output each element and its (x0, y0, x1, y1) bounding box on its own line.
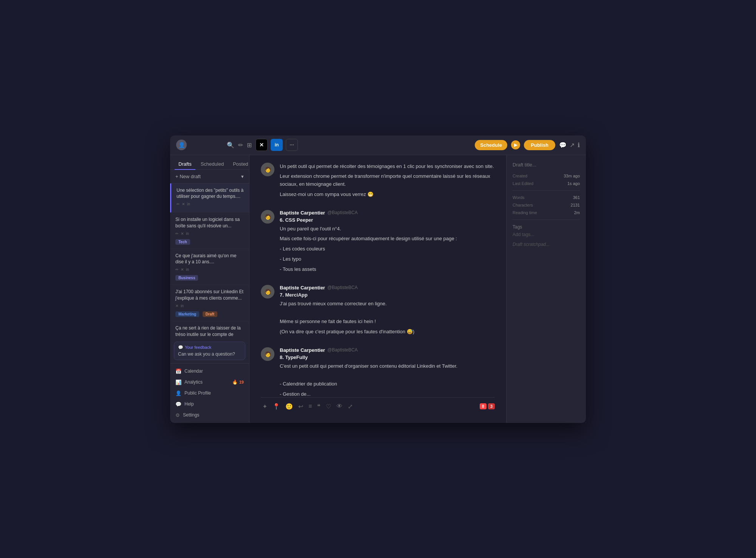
sidebar-item-analytics[interactable]: 📊 Analytics 🔥 19 (170, 377, 249, 388)
platform-selector: ✕ in ··· (252, 139, 475, 151)
created-label: Created (513, 174, 527, 178)
thread-post-content[interactable]: Baptiste Carpentier @BaptisteBCA 7. Merc… (280, 285, 495, 338)
reading-time-label: Reading time (513, 210, 537, 215)
draft-text: Ça ne sert à rien de laisser de la tréso… (175, 325, 244, 339)
sidebar-item-label: Settings (183, 412, 199, 418)
draft-item[interactable]: Ce que j'aurais aimé qu'on me dise il y … (170, 249, 249, 285)
post-number: 7. MerciApp (280, 292, 495, 298)
top-bar-right: Schedule ▶ Publish 💬 ↗ ℹ (475, 140, 580, 150)
new-draft-button[interactable]: + New draft ▾ (170, 170, 249, 183)
tags-section: Tags Add tags... (513, 224, 580, 237)
search-icon[interactable]: 🔍 (227, 141, 234, 149)
sidebar-tabs: Drafts Scheduled Posted (170, 155, 249, 170)
x-icon: ✕ (175, 304, 178, 308)
sidebar-nav: 📅 Calendar 📊 Analytics 🔥 19 👤 Public Pro… (170, 363, 249, 423)
undo-redo-icon[interactable]: ↩ (297, 401, 305, 412)
tab-scheduled[interactable]: Scheduled (197, 159, 228, 170)
thread-author: Baptiste Carpentier @BaptisteBCA (280, 210, 495, 216)
share-icon[interactable]: ↗ (570, 141, 575, 149)
help-icon: 💬 (175, 401, 181, 407)
last-edited-value: 1s ago (567, 181, 580, 186)
edit-icon: ✏ (175, 267, 178, 272)
thread-text: Un petit outil qui permet de récolter de… (280, 163, 495, 199)
x-icon: ✕ (181, 267, 184, 272)
schedule-button[interactable]: Schedule (475, 140, 507, 150)
platform-linkedin-button[interactable]: in (271, 139, 283, 151)
app-window: 👤 🔍 ✏ ⊞ ✕ in ··· Schedule ▶ Publish 💬 ↗ … (170, 135, 586, 423)
sidebar: Drafts Scheduled Posted + New draft ▾ Un… (170, 155, 249, 423)
sidebar-item-label: Public Profile (184, 390, 211, 396)
post-number: 6. CSS Peeper (280, 217, 495, 223)
list-icon[interactable]: ≡ (307, 401, 313, 411)
sidebar-item-settings[interactable]: ⚙ Settings (170, 410, 249, 421)
editor-toolbar: ✦ 📍 🙂 ↩ ≡ ❝ ♡ 👁 ⤢ 8 3 (261, 397, 495, 415)
draft-title-input[interactable] (513, 162, 580, 168)
avatar[interactable]: 👤 (176, 140, 187, 150)
thread-text: J'ai pas trouvé mieux comme correcteur e… (280, 300, 495, 336)
layout-icon[interactable]: ⊞ (247, 141, 252, 149)
platform-more-button[interactable]: ··· (286, 139, 298, 151)
platform-x-button[interactable]: ✕ (256, 139, 268, 151)
thread-author: Baptiste Carpentier @BaptisteBCA (280, 347, 495, 353)
tab-posted[interactable]: Posted (229, 159, 252, 170)
thread-post: 🧑 Baptiste Carpentier @BaptisteBCA 7. Me… (261, 285, 495, 338)
feedback-box[interactable]: 💬 Your feedback Can we ask you a questio… (174, 342, 245, 360)
schedule-arrow-button[interactable]: ▶ (511, 140, 520, 149)
author-name: Baptiste Carpentier (280, 210, 325, 216)
comment-icon[interactable]: 💬 (559, 141, 567, 149)
draft-text: Ce que j'aurais aimé qu'on me dise il y … (175, 253, 244, 266)
last-edited-label: Last Edited (513, 181, 533, 186)
x-icon: ✕ (182, 202, 185, 206)
tab-drafts[interactable]: Drafts (175, 159, 195, 170)
sidebar-item-help[interactable]: 💬 Help (170, 399, 249, 410)
tag-tech: Tech (175, 239, 190, 245)
draft-item[interactable]: Si on installe un logiciel dans sa boîte… (170, 213, 249, 249)
scratchpad-area[interactable]: Draft scratchpad... (513, 242, 580, 247)
quote-icon[interactable]: ❝ (316, 401, 322, 412)
feedback-text: Can we ask you a question? (178, 351, 241, 357)
expand-icon[interactable]: ⤢ (346, 401, 354, 412)
draft-text: J'ai 1700 abonnés sur Linkedin Et j'expl… (175, 289, 244, 302)
drafts-list: Une sélection des "petits" outils à util… (170, 183, 249, 339)
thread-post-content[interactable]: Baptiste Carpentier @BaptisteBCA 6. CSS … (280, 210, 495, 276)
x-icon: ✕ (181, 232, 184, 236)
words-label: Words (513, 195, 525, 200)
counter-3: 3 (488, 403, 495, 409)
draft-item[interactable]: Ça ne sert à rien de laisser de la tréso… (170, 321, 249, 339)
draft-text: Une sélection des "petits" outils à util… (177, 187, 244, 200)
info-icon[interactable]: ℹ (578, 141, 580, 149)
like-icon[interactable]: ♡ (324, 401, 333, 412)
chevron-down-icon: ▾ (241, 174, 244, 179)
tag-draft: Draft (203, 311, 217, 317)
tag-business: Business (175, 275, 198, 281)
pin-icon[interactable]: 📍 (271, 401, 282, 412)
sidebar-item-label: Analytics (184, 379, 203, 385)
tag-marketing: Marketing (175, 311, 199, 317)
sidebar-item-calendar[interactable]: 📅 Calendar (170, 366, 249, 377)
author-name: Baptiste Carpentier (280, 347, 325, 353)
draft-text: Si on installe un logiciel dans sa boîte… (175, 216, 244, 229)
counter-badges: 8 3 (480, 403, 495, 409)
author-name: Baptiste Carpentier (280, 285, 325, 291)
author-handle: @BaptisteBCA (327, 210, 358, 215)
sidebar-item-public-profile[interactable]: 👤 Public Profile (170, 388, 249, 399)
edit-icon: ✏ (175, 232, 178, 236)
author-handle: @BaptisteBCA (327, 347, 358, 353)
sidebar-item-label: Calendar (184, 368, 203, 374)
content-area[interactable]: 🧑 Un petit outil qui permet de récolter … (249, 155, 507, 423)
add-tags-input[interactable]: Add tags... (513, 232, 580, 237)
characters-value: 2131 (571, 203, 580, 207)
compose-icon[interactable]: ✏ (238, 141, 243, 149)
top-bar: 👤 🔍 ✏ ⊞ ✕ in ··· Schedule ▶ Publish 💬 ↗ … (170, 135, 586, 155)
thread-post-content[interactable]: Un petit outil qui permet de récolter de… (280, 163, 495, 201)
preview-icon[interactable]: 👁 (335, 401, 344, 411)
publish-button[interactable]: Publish (524, 140, 555, 150)
created-value: 33m ago (564, 174, 580, 178)
draft-item[interactable]: J'ai 1700 abonnés sur Linkedin Et j'expl… (170, 285, 249, 321)
author-avatar: 🧑 (261, 210, 274, 224)
emoji-picker-icon[interactable]: 🙂 (284, 401, 294, 412)
linkedin-icon: in (181, 304, 184, 308)
ai-icon[interactable]: ✦ (261, 401, 269, 412)
divider (513, 219, 580, 220)
draft-item[interactable]: Une sélection des "petits" outils à util… (170, 183, 249, 213)
